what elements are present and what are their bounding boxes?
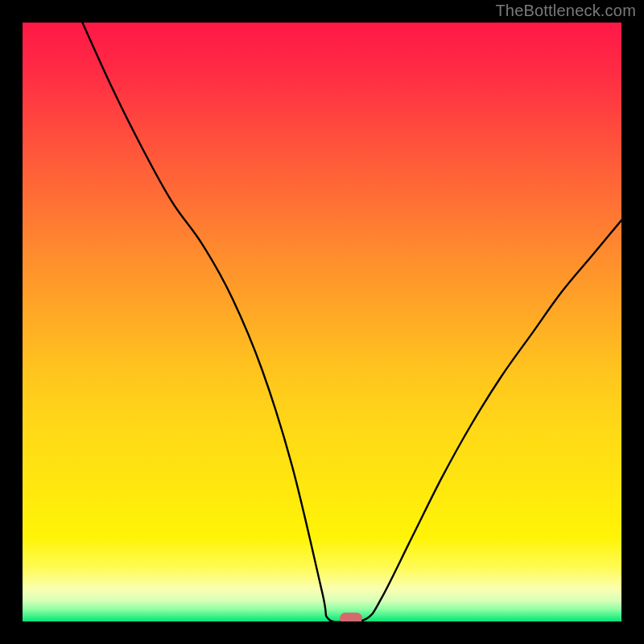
plot-area <box>23 23 621 621</box>
watermark-text: TheBottleneck.com <box>495 2 636 20</box>
optimal-point-marker <box>340 613 362 621</box>
chart-frame: TheBottleneck.com <box>0 0 644 644</box>
bottleneck-curve <box>23 23 621 621</box>
